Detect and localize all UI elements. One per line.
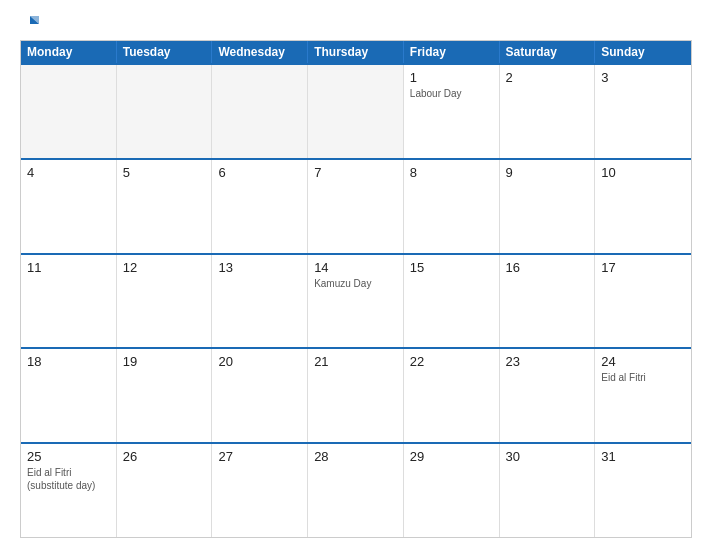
- day-number: 23: [506, 354, 589, 369]
- calendar-cell: 24Eid al Fitri: [595, 349, 691, 442]
- calendar-cell: 19: [117, 349, 213, 442]
- calendar-cell: 18: [21, 349, 117, 442]
- calendar-header-cell: Thursday: [308, 41, 404, 63]
- day-number: 12: [123, 260, 206, 275]
- calendar-cell: 28: [308, 444, 404, 537]
- day-number: 8: [410, 165, 493, 180]
- day-number: 16: [506, 260, 589, 275]
- day-number: 29: [410, 449, 493, 464]
- calendar-row: 1Labour Day23: [21, 63, 691, 158]
- calendar-cell: 2: [500, 65, 596, 158]
- calendar-cell: 20: [212, 349, 308, 442]
- day-number: 26: [123, 449, 206, 464]
- day-number: 14: [314, 260, 397, 275]
- calendar-header-row: MondayTuesdayWednesdayThursdayFridaySatu…: [21, 41, 691, 63]
- calendar-header-cell: Saturday: [500, 41, 596, 63]
- day-number: 30: [506, 449, 589, 464]
- calendar-cell: [117, 65, 213, 158]
- holiday-label: Eid al Fitri (substitute day): [27, 466, 110, 492]
- calendar-header-cell: Friday: [404, 41, 500, 63]
- calendar-cell: 4: [21, 160, 117, 253]
- day-number: 27: [218, 449, 301, 464]
- calendar-cell: 22: [404, 349, 500, 442]
- day-number: 20: [218, 354, 301, 369]
- calendar-page: MondayTuesdayWednesdayThursdayFridaySatu…: [0, 0, 712, 550]
- day-number: 10: [601, 165, 685, 180]
- calendar-header-cell: Tuesday: [117, 41, 213, 63]
- calendar-cell: 17: [595, 255, 691, 348]
- day-number: 9: [506, 165, 589, 180]
- day-number: 31: [601, 449, 685, 464]
- holiday-label: Labour Day: [410, 87, 493, 100]
- day-number: 25: [27, 449, 110, 464]
- calendar-cell: 5: [117, 160, 213, 253]
- calendar-cell: 25Eid al Fitri (substitute day): [21, 444, 117, 537]
- calendar-cell: 16: [500, 255, 596, 348]
- day-number: 24: [601, 354, 685, 369]
- calendar-cell: [21, 65, 117, 158]
- logo: [20, 16, 39, 32]
- calendar-cell: 3: [595, 65, 691, 158]
- day-number: 6: [218, 165, 301, 180]
- calendar-cell: 8: [404, 160, 500, 253]
- holiday-label: Kamuzu Day: [314, 277, 397, 290]
- calendar-header-cell: Sunday: [595, 41, 691, 63]
- calendar-cell: 30: [500, 444, 596, 537]
- day-number: 17: [601, 260, 685, 275]
- calendar-row: 45678910: [21, 158, 691, 253]
- header: [20, 16, 692, 32]
- calendar-cell: 6: [212, 160, 308, 253]
- day-number: 3: [601, 70, 685, 85]
- calendar-body: 1Labour Day234567891011121314Kamuzu Day1…: [21, 63, 691, 537]
- day-number: 13: [218, 260, 301, 275]
- day-number: 19: [123, 354, 206, 369]
- calendar-cell: [308, 65, 404, 158]
- calendar-cell: 7: [308, 160, 404, 253]
- calendar-row: 18192021222324Eid al Fitri: [21, 347, 691, 442]
- calendar-cell: 14Kamuzu Day: [308, 255, 404, 348]
- day-number: 2: [506, 70, 589, 85]
- calendar-cell: 31: [595, 444, 691, 537]
- calendar-header-cell: Wednesday: [212, 41, 308, 63]
- calendar-row: 11121314Kamuzu Day151617: [21, 253, 691, 348]
- calendar-cell: 21: [308, 349, 404, 442]
- calendar-cell: 26: [117, 444, 213, 537]
- day-number: 11: [27, 260, 110, 275]
- calendar-cell: [212, 65, 308, 158]
- calendar-cell: 11: [21, 255, 117, 348]
- day-number: 5: [123, 165, 206, 180]
- calendar-cell: 10: [595, 160, 691, 253]
- calendar-cell: 13: [212, 255, 308, 348]
- day-number: 22: [410, 354, 493, 369]
- calendar-header-cell: Monday: [21, 41, 117, 63]
- day-number: 4: [27, 165, 110, 180]
- holiday-label: Eid al Fitri: [601, 371, 685, 384]
- calendar-cell: 27: [212, 444, 308, 537]
- day-number: 21: [314, 354, 397, 369]
- calendar-cell: 23: [500, 349, 596, 442]
- calendar-row: 25Eid al Fitri (substitute day)262728293…: [21, 442, 691, 537]
- day-number: 18: [27, 354, 110, 369]
- logo-general: [20, 16, 39, 32]
- calendar-cell: 9: [500, 160, 596, 253]
- day-number: 1: [410, 70, 493, 85]
- calendar-cell: 1Labour Day: [404, 65, 500, 158]
- day-number: 7: [314, 165, 397, 180]
- calendar-grid: MondayTuesdayWednesdayThursdayFridaySatu…: [20, 40, 692, 538]
- calendar-cell: 12: [117, 255, 213, 348]
- day-number: 28: [314, 449, 397, 464]
- day-number: 15: [410, 260, 493, 275]
- calendar-cell: 29: [404, 444, 500, 537]
- calendar-cell: 15: [404, 255, 500, 348]
